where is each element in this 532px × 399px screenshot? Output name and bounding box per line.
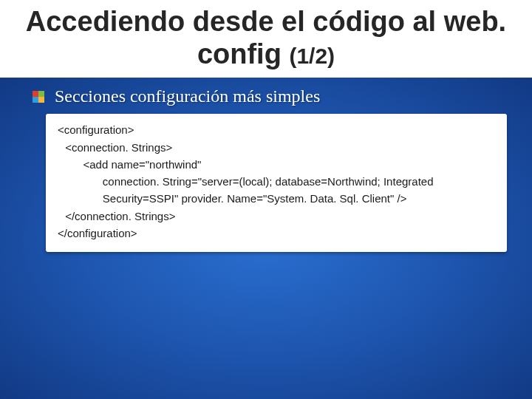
code-line: connection. String="server=(local); data… [58,173,495,190]
title-band: Accediendo desde el código al web. confi… [0,0,532,78]
code-line: </configuration> [58,225,495,242]
svg-rect-0 [33,91,38,97]
code-line: </connection. Strings> [58,208,495,225]
title-part: (1/2) [289,44,335,68]
svg-rect-3 [38,97,44,103]
slide-title: Accediendo desde el código al web. confi… [15,6,517,70]
slide: Accediendo desde el código al web. confi… [0,0,532,399]
code-line: <add name="northwind" [58,156,495,173]
code-line: <configuration> [58,121,495,138]
code-line: Security=SSPI" provider. Name="System. D… [58,190,495,207]
subtitle-row: Secciones configuración más simples [0,78,532,112]
title-main: Accediendo desde el código al web. confi… [26,6,506,69]
code-line: <connection. Strings> [58,139,495,156]
code-block: <configuration> <connection. Strings> <a… [46,114,507,252]
bullet-icon [31,89,46,104]
svg-rect-1 [38,91,44,97]
svg-rect-2 [33,97,38,103]
subtitle-text: Secciones configuración más simples [55,86,320,106]
